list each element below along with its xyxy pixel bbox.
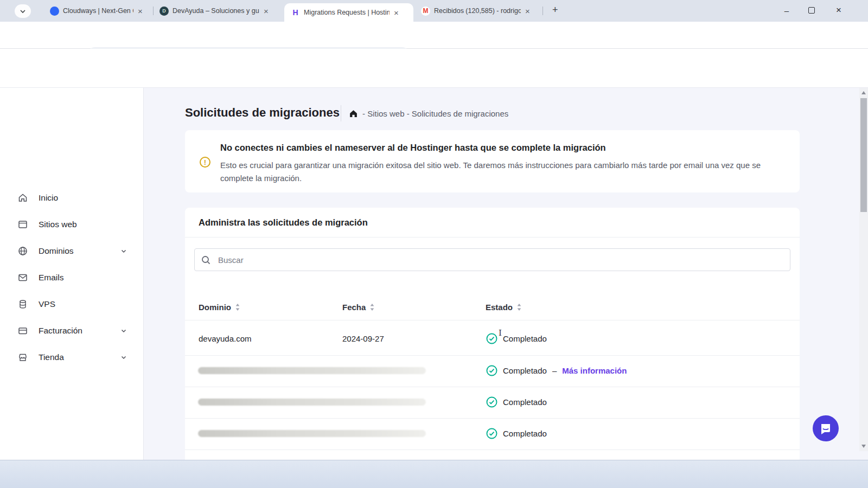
text-cursor: I (499, 328, 502, 338)
status-cell: Completado (486, 333, 547, 344)
sort-icon[interactable] (370, 304, 374, 311)
tab-title: Migrations Requests | Hostinge (304, 9, 390, 16)
cloudways-icon (50, 7, 59, 16)
check-circle-icon (486, 333, 497, 344)
sidebar-item-label: Sitios web (39, 220, 77, 229)
browser-window-icon (18, 220, 28, 229)
sidebar-item-label: Inicio (39, 193, 58, 203)
sidebar: Inicio Sitios web Dominios Emails VPS Fa… (0, 88, 144, 460)
billing-card-icon (18, 326, 28, 336)
tab-hostinger-active[interactable]: H Migrations Requests | Hostinge × (284, 3, 413, 22)
date-cell: 2024-09-27 (342, 334, 384, 343)
hostinger-icon: H (291, 8, 300, 17)
close-tab-icon[interactable]: × (264, 7, 269, 15)
tab-list-chevron-button[interactable] (15, 4, 31, 18)
row-divider (185, 355, 800, 356)
search-icon (201, 255, 210, 265)
status-separator: – (552, 366, 557, 375)
sidebar-item-dominios[interactable]: Dominios (0, 238, 144, 264)
redacted-domain-bar (198, 399, 426, 406)
sidebar-item-vps[interactable]: VPS (0, 291, 144, 317)
mail-icon (18, 273, 28, 282)
column-header-fecha[interactable]: Fecha (342, 303, 374, 312)
tab-gmail[interactable]: M Recibidos (120,585) - rodrigo.d × (421, 0, 539, 22)
tab-title: Cloudways | Next-Gen Cloud H (63, 7, 133, 15)
column-header-estado[interactable]: Estado (486, 303, 521, 312)
sidebar-item-emails[interactable]: Emails (0, 265, 144, 291)
sidebar-item-sitios-web[interactable]: Sitios web (0, 211, 144, 237)
check-circle-icon (486, 396, 497, 408)
tab-title: DevAyuda – Soluciones y guías (173, 7, 259, 15)
status-badge: Completado (503, 366, 547, 375)
check-circle-icon (486, 428, 497, 439)
scrollbar-thumb[interactable] (860, 98, 867, 212)
scrollbar-down-arrow[interactable] (859, 442, 868, 451)
home-icon (18, 193, 28, 203)
sidebar-item-label: Emails (39, 273, 64, 282)
chat-widget-button[interactable] (813, 415, 839, 441)
status-cell: Completado – Más información (486, 365, 627, 376)
title-divider (341, 105, 341, 121)
status-cell: Completado (486, 396, 547, 408)
breadcrumb-home-icon[interactable] (349, 109, 358, 118)
status-badge: Completado (503, 397, 547, 407)
more-info-link[interactable]: Más información (562, 366, 627, 375)
tab-devayuda[interactable]: D DevAyuda – Soluciones y guías × (159, 0, 278, 22)
warning-title: No conectes ni cambies el nameserver al … (220, 143, 606, 153)
globe-icon (18, 246, 28, 256)
sort-icon[interactable] (235, 304, 240, 311)
sidebar-item-label: Dominios (39, 246, 74, 256)
close-tab-icon[interactable]: × (394, 9, 399, 17)
screen: Cloudways | Next-Gen Cloud H × D DevAyud… (0, 0, 868, 488)
search-input[interactable] (217, 255, 783, 265)
taskbar: ⚙ X ⋈ (0, 460, 868, 488)
redacted-domain-bar (198, 430, 426, 437)
page-title: Solicitudes de migraciones (185, 106, 340, 120)
chevron-down-icon (120, 354, 127, 361)
row-divider (185, 418, 800, 419)
browser-toolbar: ← → ↻ ⌂ hpanel.hostinger.com/websites/mi… (0, 22, 868, 49)
status-cell: Completado (486, 428, 547, 439)
breadcrumb[interactable]: - Sitios web - Solicitudes de migracione… (362, 109, 508, 118)
browser-tab-strip: Cloudways | Next-Gen Cloud H × D DevAyud… (0, 0, 868, 22)
row-divider (185, 320, 800, 320)
hostinger-header: HOSTINGER % Refiere y gana 25 ? (0, 49, 868, 88)
check-circle-icon (486, 365, 497, 376)
sidebar-item-label: VPS (39, 299, 55, 309)
tab-cloudways[interactable]: Cloudways | Next-Gen Cloud H × (50, 0, 151, 22)
sidebar-item-label: Tienda (39, 352, 64, 362)
row-divider (185, 387, 800, 387)
row-divider (185, 450, 800, 450)
close-tab-icon[interactable]: × (525, 7, 530, 15)
column-header-dominio[interactable]: Dominio (199, 303, 240, 312)
maximize-icon (808, 7, 815, 14)
close-tab-icon[interactable]: × (138, 7, 143, 15)
tab-separator (153, 7, 154, 15)
tab-separator (542, 7, 543, 15)
card-divider (185, 237, 800, 237)
search-input-wrapper[interactable] (194, 248, 790, 271)
tab-title: Recibidos (120,585) - rodrigo.d (434, 7, 521, 15)
gmail-icon: M (421, 7, 430, 16)
window-maximize-button[interactable] (800, 0, 824, 21)
domain-cell: devayuda.com (199, 334, 252, 343)
chevron-down-icon (20, 8, 26, 15)
sidebar-item-facturacion[interactable]: Facturación (0, 318, 144, 344)
sidebar-item-tienda[interactable]: Tienda (0, 344, 144, 370)
status-badge: Completado (503, 429, 547, 438)
store-icon (18, 352, 28, 362)
server-icon (18, 299, 28, 309)
sidebar-item-label: Facturación (39, 326, 82, 336)
sort-icon[interactable] (517, 304, 521, 311)
chevron-down-icon (120, 248, 127, 254)
sidebar-item-inicio[interactable]: Inicio (0, 185, 144, 211)
scrollbar-up-arrow[interactable] (859, 88, 868, 97)
redacted-domain-bar (198, 367, 426, 374)
devayuda-icon: D (159, 7, 169, 16)
window-minimize-button[interactable]: – (775, 0, 799, 21)
window-close-button[interactable]: × (827, 0, 851, 21)
status-badge: Completado (503, 334, 547, 343)
warning-body: Esto es crucial para garantizar una migr… (220, 159, 763, 185)
warning-icon: ! (200, 157, 210, 168)
new-tab-button[interactable]: + (552, 4, 558, 16)
